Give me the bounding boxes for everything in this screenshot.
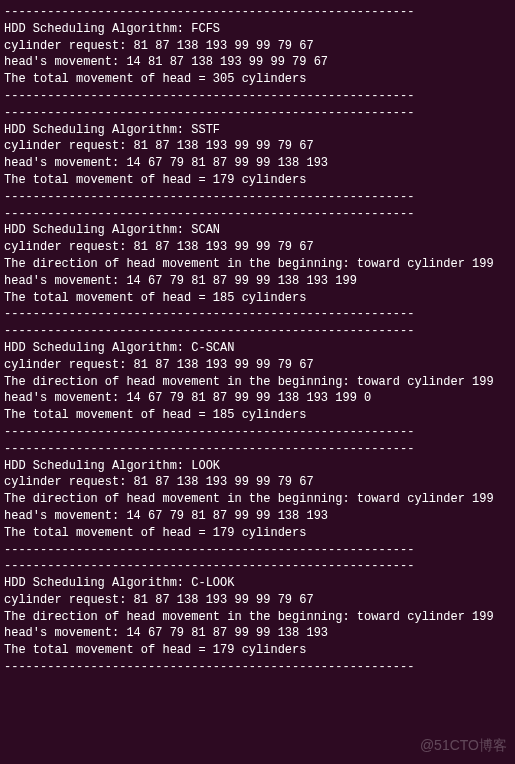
head-movement-line: head's movement: 14 67 79 81 87 99 99 13… <box>4 390 511 407</box>
cylinder-request-line: cylinder request: 81 87 138 193 99 99 79… <box>4 592 511 609</box>
separator-line: ----------------------------------------… <box>4 323 511 340</box>
separator-line: ----------------------------------------… <box>4 189 511 206</box>
total-movement-line: The total movement of head = 185 cylinde… <box>4 290 511 307</box>
total-movement-line: The total movement of head = 179 cylinde… <box>4 525 511 542</box>
cylinder-request-line: cylinder request: 81 87 138 193 99 99 79… <box>4 357 511 374</box>
terminal-output: ----------------------------------------… <box>4 4 511 676</box>
algorithm-name-line: HDD Scheduling Algorithm: LOOK <box>4 458 511 475</box>
separator-line: ----------------------------------------… <box>4 441 511 458</box>
head-movement-line: head's movement: 14 67 79 81 87 99 99 13… <box>4 155 511 172</box>
cylinder-request-line: cylinder request: 81 87 138 193 99 99 79… <box>4 38 511 55</box>
direction-line: The direction of head movement in the be… <box>4 609 511 626</box>
cylinder-request-line: cylinder request: 81 87 138 193 99 99 79… <box>4 239 511 256</box>
total-movement-line: The total movement of head = 179 cylinde… <box>4 172 511 189</box>
separator-line: ----------------------------------------… <box>4 306 511 323</box>
direction-line: The direction of head movement in the be… <box>4 256 511 273</box>
cylinder-request-line: cylinder request: 81 87 138 193 99 99 79… <box>4 138 511 155</box>
separator-line: ----------------------------------------… <box>4 105 511 122</box>
separator-line: ----------------------------------------… <box>4 88 511 105</box>
total-movement-line: The total movement of head = 185 cylinde… <box>4 407 511 424</box>
total-movement-line: The total movement of head = 305 cylinde… <box>4 71 511 88</box>
head-movement-line: head's movement: 14 67 79 81 87 99 99 13… <box>4 273 511 290</box>
direction-line: The direction of head movement in the be… <box>4 491 511 508</box>
head-movement-line: head's movement: 14 81 87 138 193 99 99 … <box>4 54 511 71</box>
separator-line: ----------------------------------------… <box>4 424 511 441</box>
separator-line: ----------------------------------------… <box>4 558 511 575</box>
algorithm-name-line: HDD Scheduling Algorithm: SCAN <box>4 222 511 239</box>
head-movement-line: head's movement: 14 67 79 81 87 99 99 13… <box>4 625 511 642</box>
direction-line: The direction of head movement in the be… <box>4 374 511 391</box>
algorithm-name-line: HDD Scheduling Algorithm: C-LOOK <box>4 575 511 592</box>
separator-line: ----------------------------------------… <box>4 542 511 559</box>
cylinder-request-line: cylinder request: 81 87 138 193 99 99 79… <box>4 474 511 491</box>
algorithm-name-line: HDD Scheduling Algorithm: SSTF <box>4 122 511 139</box>
separator-line: ----------------------------------------… <box>4 206 511 223</box>
total-movement-line: The total movement of head = 179 cylinde… <box>4 642 511 659</box>
head-movement-line: head's movement: 14 67 79 81 87 99 99 13… <box>4 508 511 525</box>
algorithm-name-line: HDD Scheduling Algorithm: C-SCAN <box>4 340 511 357</box>
watermark: @51CTO博客 <box>420 736 507 756</box>
separator-line: ----------------------------------------… <box>4 659 511 676</box>
algorithm-name-line: HDD Scheduling Algorithm: FCFS <box>4 21 511 38</box>
separator-line: ----------------------------------------… <box>4 4 511 21</box>
